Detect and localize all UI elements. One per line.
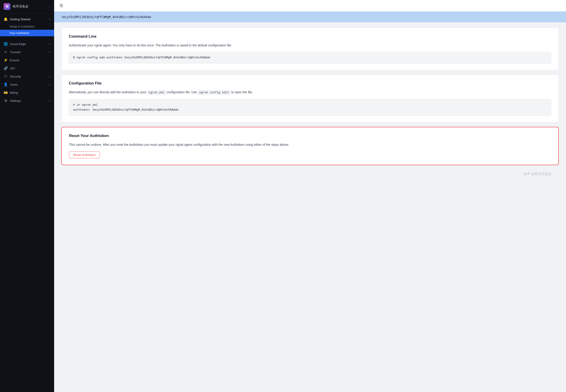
topbar: ☰ bbox=[54, 0, 566, 12]
command-line-code: $ ngrok config add-authtoken 1miytDzDM5i… bbox=[69, 52, 551, 64]
chevron-icon: ∨ bbox=[49, 42, 50, 45]
ngrok-yml-code: ngrok.yml bbox=[147, 90, 166, 95]
sidebar-item-events[interactable]: ⚡ Events bbox=[0, 56, 54, 64]
chevron-icon: ∨ bbox=[49, 51, 50, 54]
brand-avatar: 程 bbox=[4, 3, 10, 10]
brand-name: 程序员鱼皮 bbox=[13, 4, 29, 9]
config-file-code: # in ngrok.yml authtoken: 1miytDzDM5iIBC… bbox=[69, 99, 551, 116]
command-line-title: Command Line bbox=[69, 34, 551, 39]
chevron-up-icon: ∧ bbox=[49, 18, 50, 21]
watermark: 知乎 @程序员鱼皮 bbox=[61, 170, 559, 177]
sidebar-item-label: Security bbox=[10, 75, 21, 78]
sidebar-item-label: Cloud Edge bbox=[10, 42, 26, 46]
code-line-2: authtoken: 1miytDzDM5iIBCW3sLYqFFCWMgM_6… bbox=[73, 108, 547, 112]
chevron-icon: ∨ bbox=[49, 75, 50, 78]
nav-section-main: 🌐 Cloud Edge ∨ ↩ Tunnels ∨ ⚡ Events 🔗 AP… bbox=[0, 38, 54, 107]
brand: 程 程序员鱼皮 bbox=[4, 3, 29, 10]
sidebar-item-tunnels[interactable]: ↩ Tunnels ∨ bbox=[0, 48, 54, 56]
sidebar-item-security[interactable]: 🛡 Security ∨ bbox=[0, 72, 54, 80]
command-line-description: Authenticate your ngrok agent. You only … bbox=[69, 43, 551, 48]
user-icon: 👤 bbox=[4, 83, 8, 86]
ngrok-config-edit-code: ngrok config edit bbox=[198, 90, 230, 95]
content-area: 1miytDzDM5iIBCW3sLYqFFCWMgM_6U4xBDircQWY… bbox=[54, 12, 566, 392]
config-desc-before: Alternatively, you can directly add the … bbox=[69, 90, 147, 94]
sidebar-item-label: Users bbox=[10, 83, 18, 86]
sidebar-item-cloud-edge[interactable]: 🌐 Cloud Edge ∨ bbox=[0, 40, 54, 48]
sidebar-item-users[interactable]: 👤 Users ∨ bbox=[0, 80, 54, 88]
lightning-icon: ⚡ bbox=[4, 58, 8, 62]
sidebar-item-your-authtoken[interactable]: Your Authtoken bbox=[0, 30, 54, 36]
setup-label: Setup & Installation bbox=[10, 25, 35, 28]
chevron-icon: ∨ bbox=[49, 83, 50, 86]
sidebar-item-label: Events bbox=[10, 58, 19, 62]
sidebar-item-getting-started[interactable]: 🔔 Getting Started ∧ bbox=[0, 15, 54, 23]
main-content: ☰ 1miytDzDM5iIBCW3sLYqFFCWMgM_6U4xBDircQ… bbox=[54, 0, 566, 392]
api-icon: 🔗 bbox=[4, 66, 8, 70]
globe-icon: 🌐 bbox=[4, 42, 8, 46]
cards-container: Command Line Authenticate your ngrok age… bbox=[54, 22, 566, 182]
card-icon: 💳 bbox=[4, 91, 8, 95]
sidebar-item-settings[interactable]: ⚙ Settings ∨ bbox=[0, 97, 54, 105]
brand-chevron-icon[interactable]: ⌄ bbox=[48, 5, 50, 8]
sidebar-item-label: Billing bbox=[10, 91, 18, 94]
config-desc-middle: configuration file. Use bbox=[166, 90, 198, 94]
chevron-icon: ∨ bbox=[49, 99, 50, 102]
sidebar: 程 程序员鱼皮 ⌄ 🔔 Getting Started ∧ Setup & In… bbox=[0, 0, 54, 392]
sidebar-item-label: Getting Started bbox=[10, 18, 30, 21]
sidebar-item-label: Settings bbox=[10, 99, 21, 102]
authtoken-banner: 1miytDzDM5iIBCW3sLYqFFCWMgM_6U4xBDircQWY… bbox=[54, 12, 566, 22]
sidebar-item-label: Tunnels bbox=[10, 50, 21, 54]
sidebar-item-api[interactable]: 🔗 API bbox=[0, 64, 54, 72]
gear-icon: ⚙ bbox=[4, 99, 8, 103]
tunnel-icon: ↩ bbox=[4, 50, 8, 54]
command-line-card: Command Line Authenticate your ngrok age… bbox=[61, 28, 559, 70]
sidebar-header: 程 程序员鱼皮 ⌄ bbox=[0, 0, 54, 13]
sidebar-item-setup-installation[interactable]: Setup & Installation bbox=[0, 23, 54, 30]
bell-icon: 🔔 bbox=[4, 17, 8, 21]
nav-section-getting-started: 🔔 Getting Started ∧ Setup & Installation… bbox=[0, 13, 54, 38]
sidebar-item-label: API bbox=[10, 67, 15, 70]
config-file-card: Configuration File Alternatively, you ca… bbox=[61, 75, 559, 122]
code-line-1: # in ngrok.yml bbox=[73, 102, 547, 108]
config-desc-after: to open the file. bbox=[230, 90, 253, 94]
authtoken-label: Your Authtoken bbox=[10, 31, 29, 35]
reset-authtoken-button[interactable]: Reset Authtoken bbox=[69, 151, 100, 158]
hamburger-icon[interactable]: ☰ bbox=[60, 3, 63, 8]
sidebar-item-billing[interactable]: 💳 Billing bbox=[0, 88, 54, 97]
reset-authtoken-card: Reset Your Authtoken This cannot be undo… bbox=[61, 127, 559, 165]
shield-icon: 🛡 bbox=[4, 74, 8, 78]
config-file-title: Configuration File bbox=[69, 81, 551, 86]
reset-description: This cannot be undone. After you reset t… bbox=[69, 142, 551, 147]
config-file-description: Alternatively, you can directly add the … bbox=[69, 90, 551, 95]
reset-title: Reset Your Authtoken bbox=[69, 134, 551, 138]
